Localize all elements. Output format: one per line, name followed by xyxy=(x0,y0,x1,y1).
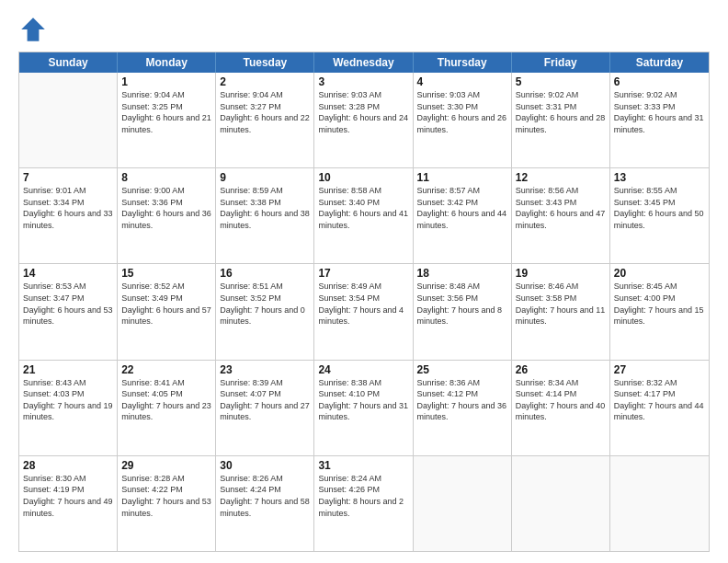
day-detail: Sunrise: 8:48 AMSunset: 3:56 PMDaylight:… xyxy=(417,281,507,327)
day-number: 20 xyxy=(614,267,705,280)
day-cell-4: 4Sunrise: 9:03 AMSunset: 3:30 PMDaylight… xyxy=(414,73,512,167)
header-saturday: Saturday xyxy=(610,52,709,73)
calendar: SundayMondayTuesdayWednesdayThursdayFrid… xyxy=(18,52,710,552)
day-cell-3: 3Sunrise: 9:03 AMSunset: 3:28 PMDaylight… xyxy=(314,73,413,167)
day-cell-1: 1Sunrise: 9:04 AMSunset: 3:25 PMDaylight… xyxy=(118,73,216,167)
day-cell-7: 7Sunrise: 9:01 AMSunset: 3:34 PMDaylight… xyxy=(19,168,118,263)
day-detail: Sunrise: 8:38 AMSunset: 4:10 PMDaylight:… xyxy=(318,377,408,423)
week-row-4: 21Sunrise: 8:43 AMSunset: 4:03 PMDayligh… xyxy=(19,361,709,456)
day-number: 1 xyxy=(121,75,211,88)
calendar-body: 1Sunrise: 9:04 AMSunset: 3:25 PMDaylight… xyxy=(19,73,709,551)
page: SundayMondayTuesdayWednesdayThursdayFrid… xyxy=(0,0,728,563)
empty-cell xyxy=(19,73,118,167)
day-detail: Sunrise: 9:02 AMSunset: 3:33 PMDaylight:… xyxy=(614,89,705,135)
logo-icon xyxy=(18,15,48,44)
day-number: 5 xyxy=(516,75,606,88)
day-detail: Sunrise: 8:56 AMSunset: 3:43 PMDaylight:… xyxy=(516,185,606,231)
day-detail: Sunrise: 8:24 AMSunset: 4:26 PMDaylight:… xyxy=(318,473,408,519)
day-detail: Sunrise: 8:45 AMSunset: 4:00 PMDaylight:… xyxy=(614,281,705,327)
week-row-3: 14Sunrise: 8:53 AMSunset: 3:47 PMDayligh… xyxy=(19,264,709,360)
header-friday: Friday xyxy=(512,52,610,73)
day-cell-30: 30Sunrise: 8:26 AMSunset: 4:24 PMDayligh… xyxy=(216,456,314,551)
day-cell-20: 20Sunrise: 8:45 AMSunset: 4:00 PMDayligh… xyxy=(610,264,709,359)
day-detail: Sunrise: 9:01 AMSunset: 3:34 PMDaylight:… xyxy=(23,185,113,231)
day-detail: Sunrise: 8:59 AMSunset: 3:38 PMDaylight:… xyxy=(220,185,310,231)
day-cell-11: 11Sunrise: 8:57 AMSunset: 3:42 PMDayligh… xyxy=(414,168,512,263)
day-cell-13: 13Sunrise: 8:55 AMSunset: 3:45 PMDayligh… xyxy=(610,168,709,263)
day-cell-29: 29Sunrise: 8:28 AMSunset: 4:22 PMDayligh… xyxy=(118,456,216,551)
day-number: 19 xyxy=(516,267,606,280)
day-cell-5: 5Sunrise: 9:02 AMSunset: 3:31 PMDaylight… xyxy=(512,73,610,167)
day-detail: Sunrise: 8:32 AMSunset: 4:17 PMDaylight:… xyxy=(614,377,705,423)
week-row-2: 7Sunrise: 9:01 AMSunset: 3:34 PMDaylight… xyxy=(19,168,709,264)
day-number: 13 xyxy=(614,171,705,184)
day-number: 9 xyxy=(220,171,310,184)
day-number: 15 xyxy=(121,267,211,280)
day-detail: Sunrise: 8:51 AMSunset: 3:52 PMDaylight:… xyxy=(220,281,310,327)
day-detail: Sunrise: 8:39 AMSunset: 4:07 PMDaylight:… xyxy=(220,377,310,423)
day-detail: Sunrise: 9:00 AMSunset: 3:36 PMDaylight:… xyxy=(121,185,211,231)
day-detail: Sunrise: 8:57 AMSunset: 3:42 PMDaylight:… xyxy=(417,185,507,231)
header-wednesday: Wednesday xyxy=(314,52,413,73)
day-number: 14 xyxy=(23,267,113,280)
day-number: 28 xyxy=(23,459,113,472)
day-detail: Sunrise: 8:43 AMSunset: 4:03 PMDaylight:… xyxy=(23,377,113,423)
day-cell-22: 22Sunrise: 8:41 AMSunset: 4:05 PMDayligh… xyxy=(118,361,216,455)
header xyxy=(18,15,710,44)
day-cell-8: 8Sunrise: 9:00 AMSunset: 3:36 PMDaylight… xyxy=(118,168,216,263)
day-cell-24: 24Sunrise: 8:38 AMSunset: 4:10 PMDayligh… xyxy=(314,361,413,455)
day-cell-16: 16Sunrise: 8:51 AMSunset: 3:52 PMDayligh… xyxy=(216,264,314,359)
day-detail: Sunrise: 8:41 AMSunset: 4:05 PMDaylight:… xyxy=(121,377,211,423)
day-detail: Sunrise: 9:03 AMSunset: 3:30 PMDaylight:… xyxy=(417,89,507,135)
day-number: 23 xyxy=(220,363,310,376)
day-number: 26 xyxy=(516,363,606,376)
day-number: 31 xyxy=(318,459,408,472)
day-number: 6 xyxy=(614,75,705,88)
day-cell-14: 14Sunrise: 8:53 AMSunset: 3:47 PMDayligh… xyxy=(19,264,118,359)
day-number: 7 xyxy=(23,171,113,184)
day-number: 16 xyxy=(220,267,310,280)
day-number: 8 xyxy=(121,171,211,184)
header-monday: Monday xyxy=(118,52,216,73)
day-number: 3 xyxy=(318,75,408,88)
day-number: 27 xyxy=(614,363,705,376)
day-cell-10: 10Sunrise: 8:58 AMSunset: 3:40 PMDayligh… xyxy=(314,168,413,263)
day-detail: Sunrise: 9:04 AMSunset: 3:25 PMDaylight:… xyxy=(121,89,211,135)
day-detail: Sunrise: 8:49 AMSunset: 3:54 PMDaylight:… xyxy=(318,281,408,327)
day-cell-21: 21Sunrise: 8:43 AMSunset: 4:03 PMDayligh… xyxy=(19,361,118,455)
day-detail: Sunrise: 8:34 AMSunset: 4:14 PMDaylight:… xyxy=(516,377,606,423)
day-number: 30 xyxy=(220,459,310,472)
day-number: 10 xyxy=(318,171,408,184)
logo xyxy=(18,15,50,44)
day-detail: Sunrise: 8:26 AMSunset: 4:24 PMDaylight:… xyxy=(220,473,310,519)
day-cell-15: 15Sunrise: 8:52 AMSunset: 3:49 PMDayligh… xyxy=(118,264,216,359)
svg-marker-0 xyxy=(21,17,45,41)
day-cell-18: 18Sunrise: 8:48 AMSunset: 3:56 PMDayligh… xyxy=(414,264,512,359)
empty-cell xyxy=(512,456,610,551)
day-cell-23: 23Sunrise: 8:39 AMSunset: 4:07 PMDayligh… xyxy=(216,361,314,455)
day-number: 12 xyxy=(516,171,606,184)
day-cell-28: 28Sunrise: 8:30 AMSunset: 4:19 PMDayligh… xyxy=(19,456,118,551)
day-number: 17 xyxy=(318,267,408,280)
day-number: 11 xyxy=(417,171,507,184)
day-cell-2: 2Sunrise: 9:04 AMSunset: 3:27 PMDaylight… xyxy=(216,73,314,167)
day-cell-12: 12Sunrise: 8:56 AMSunset: 3:43 PMDayligh… xyxy=(512,168,610,263)
day-number: 22 xyxy=(121,363,211,376)
day-detail: Sunrise: 8:53 AMSunset: 3:47 PMDaylight:… xyxy=(23,281,113,327)
day-cell-19: 19Sunrise: 8:46 AMSunset: 3:58 PMDayligh… xyxy=(512,264,610,359)
day-number: 18 xyxy=(417,267,507,280)
day-detail: Sunrise: 8:46 AMSunset: 3:58 PMDaylight:… xyxy=(516,281,606,327)
day-number: 24 xyxy=(318,363,408,376)
day-cell-17: 17Sunrise: 8:49 AMSunset: 3:54 PMDayligh… xyxy=(314,264,413,359)
day-cell-9: 9Sunrise: 8:59 AMSunset: 3:38 PMDaylight… xyxy=(216,168,314,263)
day-detail: Sunrise: 8:52 AMSunset: 3:49 PMDaylight:… xyxy=(121,281,211,327)
day-detail: Sunrise: 8:58 AMSunset: 3:40 PMDaylight:… xyxy=(318,185,408,231)
day-number: 25 xyxy=(417,363,507,376)
day-detail: Sunrise: 8:55 AMSunset: 3:45 PMDaylight:… xyxy=(614,185,705,231)
calendar-header: SundayMondayTuesdayWednesdayThursdayFrid… xyxy=(19,52,709,73)
day-detail: Sunrise: 9:03 AMSunset: 3:28 PMDaylight:… xyxy=(318,89,408,135)
header-thursday: Thursday xyxy=(414,52,512,73)
empty-cell xyxy=(610,456,709,551)
day-detail: Sunrise: 8:36 AMSunset: 4:12 PMDaylight:… xyxy=(417,377,507,423)
day-cell-31: 31Sunrise: 8:24 AMSunset: 4:26 PMDayligh… xyxy=(314,456,413,551)
